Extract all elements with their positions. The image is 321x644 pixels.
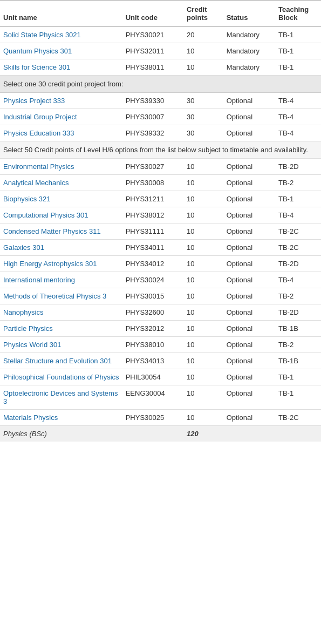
unit-name-link[interactable]: Stellar Structure and Evolution 301: [3, 357, 112, 365]
credits-cell: 10: [183, 321, 223, 337]
table-row: Condensed Matter Physics 311PHYS3111110O…: [0, 223, 321, 240]
credits-cell: 10: [183, 385, 223, 410]
table-row: Philosophical Foundations of PhysicsPHIL…: [0, 369, 321, 385]
table-row: Physics World 301PHYS3801010OptionalTB-2: [0, 337, 321, 353]
unit-name-link[interactable]: Skills for Science 301: [3, 63, 70, 71]
unit-name-cell: Skills for Science 301: [0, 59, 122, 76]
unit-code-cell: PHYS30025: [122, 410, 183, 426]
unit-name-link[interactable]: Condensed Matter Physics 311: [3, 227, 101, 235]
unit-name-link[interactable]: Solid State Physics 3021: [3, 31, 81, 39]
unit-name-link[interactable]: Physics Education 333: [3, 129, 74, 137]
credits-cell: 10: [183, 207, 223, 223]
credits-cell: 30: [183, 125, 223, 141]
unit-code-cell: PHYS39332: [122, 125, 183, 141]
status-cell: Optional: [223, 369, 275, 385]
unit-name-cell: Materials Physics: [0, 410, 122, 426]
status-cell: Optional: [223, 207, 275, 223]
credits-cell: 30: [183, 109, 223, 125]
unit-code-cell: PHYS34011: [122, 240, 183, 256]
total-credits-cell: 120: [183, 426, 223, 442]
table-row: Skills for Science 301PHYS3801110Mandato…: [0, 59, 321, 76]
teaching-block-cell: TB-4: [275, 125, 321, 141]
unit-name-link[interactable]: Methods of Theoretical Physics 3: [3, 292, 106, 300]
table-row: Biophysics 321PHYS3121110OptionalTB-1: [0, 191, 321, 207]
table-row: Optoelectronic Devices and Systems 3EENG…: [0, 385, 321, 410]
unit-name-link[interactable]: Biophysics 321: [3, 195, 50, 203]
unit-name-cell: Physics World 301: [0, 337, 122, 353]
status-cell: Mandatory: [223, 59, 275, 76]
unit-name-link[interactable]: Analytical Mechanics: [3, 179, 69, 187]
teaching-block-cell: TB-2D: [275, 256, 321, 272]
unit-name-link[interactable]: Environmental Physics: [3, 162, 74, 171]
credits-cell: 30: [183, 93, 223, 109]
credits-cell: 10: [183, 410, 223, 426]
credits-cell: 10: [183, 337, 223, 353]
unit-name-link[interactable]: Physics World 301: [3, 341, 61, 349]
table-row: Analytical MechanicsPHYS3000810OptionalT…: [0, 175, 321, 191]
unit-name-link[interactable]: Galaxies 301: [3, 243, 44, 252]
credits-cell: 10: [183, 223, 223, 240]
section-header-text: Select one 30 credit point project from:: [0, 76, 321, 93]
unit-name-cell: Nanophysics: [0, 304, 122, 321]
teaching-block-cell: TB-2C: [275, 223, 321, 240]
unit-name-cell: Stellar Structure and Evolution 301: [0, 353, 122, 369]
table-row: Physics Education 333PHYS3933230Optional…: [0, 125, 321, 141]
status-cell: Optional: [223, 175, 275, 191]
teaching-block-cell: TB-4: [275, 109, 321, 125]
status-cell: Optional: [223, 125, 275, 141]
status-cell: Optional: [223, 256, 275, 272]
unit-name-link[interactable]: Philosophical Foundations of Physics: [3, 373, 119, 381]
credits-cell: 10: [183, 43, 223, 59]
credits-cell: 10: [183, 353, 223, 369]
credits-cell: 10: [183, 159, 223, 175]
unit-code-cell: PHYS38011: [122, 59, 183, 76]
note-row: Select 50 Credit points of Level H/6 opt…: [0, 141, 321, 159]
table-row: International mentoringPHYS3002410Option…: [0, 272, 321, 288]
total-block-cell: [275, 426, 321, 442]
credits-cell: 10: [183, 175, 223, 191]
unit-name-link[interactable]: International mentoring: [3, 276, 75, 284]
unit-code-cell: PHYS30007: [122, 109, 183, 125]
teaching-block-cell: TB-4: [275, 93, 321, 109]
unit-code-cell: PHYS30027: [122, 159, 183, 175]
table-row: NanophysicsPHYS3260010OptionalTB-2D: [0, 304, 321, 321]
table-row: Quantum Physics 301PHYS3201110MandatoryT…: [0, 43, 321, 59]
unit-name-link[interactable]: Nanophysics: [3, 308, 43, 316]
unit-name-link[interactable]: Quantum Physics 301: [3, 47, 72, 55]
unit-code-cell: EENG30004: [122, 385, 183, 410]
unit-name-cell: International mentoring: [0, 272, 122, 288]
total-code-cell: [122, 426, 183, 442]
table-row: Particle PhysicsPHYS3201210OptionalTB-1B: [0, 321, 321, 337]
teaching-block-cell: TB-1B: [275, 321, 321, 337]
header-unit-code: Unit code: [122, 1, 183, 26]
unit-name-link[interactable]: Industrial Group Project: [3, 113, 77, 121]
unit-name-link[interactable]: High Energy Astrophysics 301: [3, 260, 97, 268]
unit-code-cell: PHYS38010: [122, 337, 183, 353]
status-cell: Optional: [223, 191, 275, 207]
total-name-cell: Physics (BSc): [0, 426, 122, 442]
unit-code-cell: PHYS32012: [122, 321, 183, 337]
unit-name-link[interactable]: Computational Physics 301: [3, 211, 88, 219]
unit-name-cell: Philosophical Foundations of Physics: [0, 369, 122, 385]
unit-name-cell: High Energy Astrophysics 301: [0, 256, 122, 272]
note-text: Select 50 Credit points of Level H/6 opt…: [0, 141, 321, 159]
teaching-block-cell: TB-1: [275, 191, 321, 207]
unit-name-link[interactable]: Particle Physics: [3, 324, 53, 333]
teaching-block-cell: TB-1: [275, 43, 321, 59]
total-row: Physics (BSc)120: [0, 426, 321, 442]
unit-name-link[interactable]: Optoelectronic Devices and Systems 3: [3, 389, 118, 405]
table-row: Environmental PhysicsPHYS3002710Optional…: [0, 159, 321, 175]
table-row: Industrial Group ProjectPHYS3000730Optio…: [0, 109, 321, 125]
unit-name-cell: Physics Project 333: [0, 93, 122, 109]
status-cell: Optional: [223, 337, 275, 353]
unit-name-cell: Solid State Physics 3021: [0, 26, 122, 43]
unit-name-link[interactable]: Materials Physics: [3, 413, 58, 422]
unit-name-link[interactable]: Physics Project 333: [3, 97, 65, 105]
header-teaching-block: Teaching Block: [275, 1, 321, 26]
unit-code-cell: PHYS30008: [122, 175, 183, 191]
unit-name-cell: Particle Physics: [0, 321, 122, 337]
unit-name-cell: Physics Education 333: [0, 125, 122, 141]
unit-name-cell: Quantum Physics 301: [0, 43, 122, 59]
teaching-block-cell: TB-2: [275, 337, 321, 353]
unit-code-cell: PHYS32600: [122, 304, 183, 321]
